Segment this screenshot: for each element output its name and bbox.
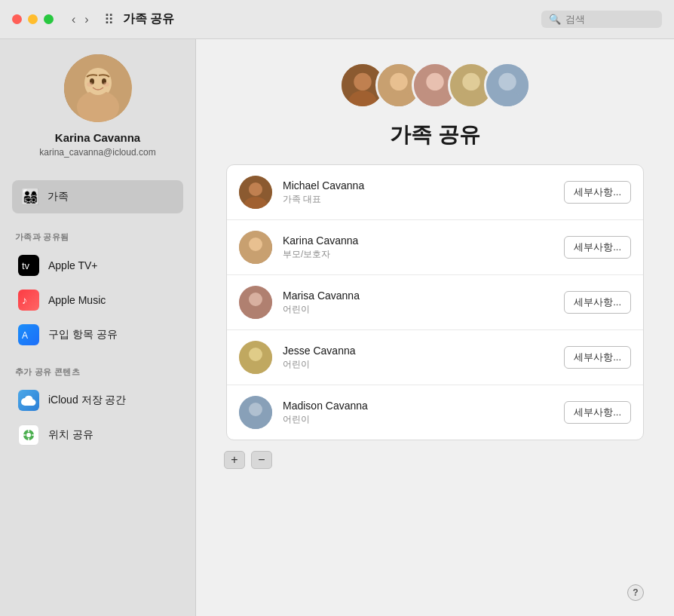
svg-text:tv: tv (22, 260, 30, 271)
details-button-michael[interactable]: 세부사항... (564, 181, 631, 204)
bottom-controls: + − (224, 451, 272, 469)
avatar (64, 54, 132, 122)
svg-point-25 (426, 73, 443, 90)
sidebar-item-applemusic-label: Apple Music (48, 294, 106, 306)
help-area: ? (226, 577, 644, 601)
location-icon (18, 424, 39, 446)
table-row: Jesse Cavanna 어린이 세부사항... (227, 330, 643, 385)
sidebar-item-apple-tv-plus[interactable]: tv Apple TV+ (12, 249, 183, 282)
shared-section-label: 가족과 공유됨 (12, 231, 183, 243)
member-avatar-madison (239, 396, 272, 429)
search-box[interactable]: 🔍 (541, 11, 662, 28)
sidebar-item-icloud-label: iCloud 저장 공간 (48, 394, 126, 407)
back-button[interactable]: ‹ (69, 11, 78, 28)
member-name: Karina Cavanna (283, 234, 553, 247)
help-button[interactable]: ? (627, 584, 644, 601)
table-row: Madison Cavanna 어린이 세부사항... (227, 385, 643, 440)
applemusic-icon: ♪ (18, 290, 39, 311)
sidebar-item-apple-music[interactable]: ♪ Apple Music (12, 283, 183, 317)
sidebar-item-icloud-storage[interactable]: iCloud 저장 공간 (12, 384, 183, 417)
member-name: Michael Cavanna (283, 179, 553, 192)
svg-point-46 (249, 403, 262, 416)
svg-point-7 (103, 82, 109, 87)
sidebar-item-location-sharing[interactable]: 위치 공유 (12, 418, 183, 452)
details-button-karina[interactable]: 세부사항... (564, 236, 631, 259)
main-content: Karina Cavanna karina_cavanna@icloud.com… (0, 39, 674, 616)
member-info-michael: Michael Cavanna 가족 대표 (283, 179, 553, 206)
member-info-jesse: Jesse Cavanna 어린이 (283, 345, 553, 371)
member-name: Jesse Cavanna (283, 345, 553, 357)
icloud-icon (18, 390, 39, 411)
purchase-icon: A (18, 324, 39, 345)
titlebar-title: 가족 공유 (123, 11, 532, 27)
sidebar-item-purchase-sharing[interactable]: A 구입 항목 공유 (12, 318, 183, 351)
svg-point-28 (462, 73, 479, 90)
member-avatar-jesse (239, 341, 272, 374)
family-button-label: 가족 (47, 190, 69, 204)
family-avatar-5 (484, 62, 531, 109)
member-info-madison: Madison Cavanna 어린이 (283, 400, 553, 426)
window-controls (12, 14, 54, 24)
details-button-madison[interactable]: 세부사항... (564, 401, 631, 424)
minimize-button[interactable] (28, 14, 38, 24)
details-button-marisa[interactable]: 세부사항... (564, 291, 631, 314)
member-name: Madison Cavanna (283, 400, 553, 412)
user-avatar-image (64, 54, 132, 122)
member-avatar-karina (239, 231, 272, 264)
svg-point-43 (249, 348, 262, 361)
svg-point-2 (77, 90, 119, 122)
member-info-marisa: Marisa Cavanna 어린이 (283, 290, 553, 316)
nav-arrows: ‹ › (69, 11, 92, 28)
svg-point-31 (498, 73, 516, 90)
table-row: Michael Cavanna 가족 대표 세부사항... (227, 165, 643, 220)
extra-section-label: 추가 공유 콘텐츠 (12, 366, 183, 378)
family-title: 가족 공유 (390, 121, 480, 149)
sidebar: Karina Cavanna karina_cavanna@icloud.com… (0, 39, 196, 616)
user-profile: Karina Cavanna karina_cavanna@icloud.com (12, 54, 183, 165)
svg-point-13 (26, 433, 31, 437)
member-role: 어린이 (283, 413, 553, 426)
table-row: Marisa Cavanna 어린이 세부사항... (227, 275, 643, 330)
shared-items-list: tv Apple TV+ ♪ Apple Music A 구입 항목 공유 (12, 249, 183, 351)
titlebar: ‹ › ⠿ 가족 공유 🔍 (0, 0, 674, 39)
svg-point-37 (249, 238, 262, 251)
svg-point-22 (390, 73, 407, 90)
table-row: Karina Cavanna 부모/보호자 세부사항... (227, 220, 643, 275)
user-email: karina_cavanna@icloud.com (39, 147, 155, 158)
sidebar-item-purchase-label: 구입 항목 공유 (48, 328, 118, 342)
search-icon: 🔍 (549, 14, 561, 25)
svg-point-6 (87, 82, 93, 87)
svg-point-40 (249, 293, 262, 306)
family-icon: 👨‍👩‍👧‍👦 (21, 188, 40, 206)
sidebar-item-appletv-label: Apple TV+ (48, 259, 98, 271)
appletv-icon: tv (18, 255, 39, 276)
svg-point-34 (249, 182, 262, 196)
family-button[interactable]: 👨‍👩‍👧‍👦 가족 (12, 180, 183, 213)
svg-text:♪: ♪ (22, 294, 27, 306)
member-name: Marisa Cavanna (283, 290, 553, 302)
right-content: 가족 공유 Michael Cavanna 가족 대표 세부사항... (196, 39, 674, 616)
member-role: 부모/보호자 (283, 248, 553, 261)
svg-point-19 (354, 73, 371, 90)
search-input[interactable] (565, 14, 654, 25)
extra-items-list: iCloud 저장 공간 위치 공유 (12, 384, 183, 452)
details-button-jesse[interactable]: 세부사항... (564, 346, 631, 369)
maximize-button[interactable] (44, 14, 54, 24)
member-role: 가족 대표 (283, 193, 553, 206)
family-avatars (339, 62, 531, 109)
forward-button[interactable]: › (81, 11, 91, 28)
grid-icon[interactable]: ⠿ (104, 11, 114, 28)
close-button[interactable] (12, 14, 22, 24)
member-avatar-marisa (239, 286, 272, 319)
sidebar-item-location-label: 위치 공유 (48, 428, 93, 442)
member-info-karina: Karina Cavanna 부모/보호자 (283, 234, 553, 261)
members-list: Michael Cavanna 가족 대표 세부사항... Karina Cav… (226, 164, 644, 440)
remove-member-button[interactable]: − (251, 451, 272, 469)
member-avatar-michael (239, 176, 272, 209)
add-member-button[interactable]: + (224, 451, 245, 469)
user-name: Karina Cavanna (55, 131, 140, 144)
member-role: 어린이 (283, 303, 553, 316)
svg-text:A: A (22, 330, 28, 341)
member-role: 어린이 (283, 358, 553, 371)
